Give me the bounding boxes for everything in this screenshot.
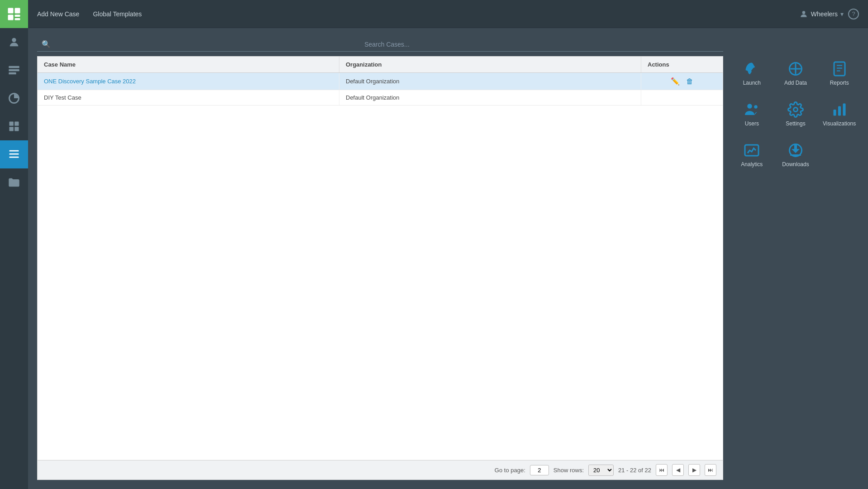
svg-rect-14 [10, 150, 19, 152]
downloads-tile[interactable]: Downloads [776, 137, 816, 173]
svg-point-18 [753, 66, 755, 68]
svg-point-5 [12, 38, 16, 42]
table-row[interactable]: ONE Discovery Sample Case 2022 Default O… [38, 73, 723, 90]
reports-icon [831, 61, 848, 77]
svg-point-17 [802, 11, 806, 14]
settings-icon [787, 101, 804, 118]
add-new-case-link[interactable]: Add New Case [37, 9, 79, 19]
svg-point-23 [748, 104, 753, 109]
svg-rect-3 [15, 15, 20, 17]
visualizations-label: Visualizations [823, 120, 856, 127]
sidebar-item-dashboard[interactable] [0, 112, 28, 140]
svg-rect-29 [745, 145, 758, 156]
cell-actions-2 [641, 90, 723, 105]
main-content: Add New Case Global Templates Wheelers ▾… [28, 0, 868, 489]
launch-icon [744, 61, 760, 77]
launch-label: Launch [743, 80, 761, 86]
header-right: Wheelers ▾ ? [799, 9, 859, 19]
search-bar: 🔍 [37, 37, 723, 52]
pagination: Go to page: Show rows: 10 20 50 100 21 -… [38, 460, 723, 479]
go-to-page-label: Go to page: [495, 467, 525, 474]
analytics-action-icon [744, 142, 760, 158]
header: Add New Case Global Templates Wheelers ▾… [28, 0, 868, 28]
actions-grid: Launch Add Data [732, 55, 859, 173]
svg-point-25 [793, 108, 797, 112]
cases-table: Case Name Organization Actions ONE Disco… [37, 56, 723, 480]
svg-rect-16 [10, 157, 19, 158]
svg-rect-8 [9, 72, 16, 75]
next-page-button[interactable]: ▶ [688, 464, 700, 476]
sidebar-logo[interactable] [0, 0, 28, 28]
users-tile[interactable]: Users [732, 96, 772, 132]
dropdown-arrow-icon: ▾ [840, 10, 844, 18]
svg-rect-1 [15, 8, 20, 14]
launch-tile[interactable]: Launch [732, 55, 772, 91]
header-nav: Add New Case Global Templates [37, 9, 799, 19]
cell-org-2: Default Organization [339, 90, 641, 105]
svg-rect-15 [10, 153, 19, 155]
table-row[interactable]: DIY Test Case Default Organization [38, 90, 723, 105]
settings-label: Settings [786, 120, 805, 127]
edit-icon[interactable]: ✏️ [671, 77, 680, 86]
svg-rect-7 [9, 69, 19, 72]
settings-tile[interactable]: Settings [776, 96, 816, 132]
cell-org-1: Default Organization [339, 73, 641, 90]
svg-rect-19 [834, 62, 845, 76]
sidebar-item-caselist[interactable] [0, 140, 28, 168]
svg-point-24 [754, 105, 758, 109]
sidebar-item-users[interactable] [0, 28, 28, 56]
users-action-label: Users [745, 120, 759, 127]
visualizations-tile[interactable]: Visualizations [820, 96, 859, 132]
svg-rect-2 [8, 15, 14, 20]
global-templates-link[interactable]: Global Templates [93, 9, 142, 19]
sidebar [0, 0, 28, 489]
users-action-icon [744, 101, 760, 118]
reports-tile[interactable]: Reports [820, 55, 859, 91]
actions-panel: Launch Add Data [732, 37, 859, 480]
add-data-tile[interactable]: Add Data [776, 55, 816, 91]
analytics-tile[interactable]: Analytics [732, 137, 772, 173]
add-data-icon [787, 61, 804, 77]
cell-actions-1: ✏️ 🗑 [641, 73, 723, 90]
sidebar-item-analytics[interactable] [0, 84, 28, 112]
downloads-icon [787, 142, 804, 158]
cases-panel: 🔍 Case Name Organization Actions ONE Dis… [37, 37, 723, 480]
delete-icon[interactable]: 🗑 [686, 77, 693, 86]
page-info: 21 - 22 of 22 [618, 467, 651, 474]
svg-rect-6 [9, 66, 19, 68]
rows-select[interactable]: 10 20 50 100 [588, 465, 614, 476]
last-page-button[interactable]: ⏭ [705, 464, 716, 476]
reports-label: Reports [830, 80, 849, 86]
search-input[interactable] [55, 41, 719, 48]
cell-case-name-2: DIY Test Case [38, 90, 339, 105]
add-data-label: Add Data [784, 80, 807, 86]
table-body: ONE Discovery Sample Case 2022 Default O… [38, 73, 723, 460]
content-area: 🔍 Case Name Organization Actions ONE Dis… [28, 28, 868, 489]
svg-rect-27 [838, 106, 841, 116]
cell-case-name-1[interactable]: ONE Discovery Sample Case 2022 [38, 73, 339, 90]
search-icon: 🔍 [42, 40, 51, 48]
svg-rect-4 [15, 18, 20, 20]
svg-rect-28 [843, 104, 845, 116]
col-actions: Actions [641, 57, 723, 72]
col-organization: Organization [339, 57, 641, 72]
visualizations-icon [831, 101, 848, 118]
user-menu[interactable]: Wheelers ▾ [799, 10, 844, 19]
user-name: Wheelers [811, 10, 838, 18]
help-button[interactable]: ? [848, 9, 859, 19]
svg-rect-11 [14, 122, 19, 126]
downloads-label: Downloads [782, 161, 809, 168]
svg-rect-26 [833, 110, 836, 116]
show-rows-label: Show rows: [553, 467, 584, 474]
analytics-action-label: Analytics [741, 161, 763, 168]
first-page-button[interactable]: ⏮ [656, 464, 668, 476]
prev-page-button[interactable]: ◀ [672, 464, 684, 476]
sidebar-item-processing[interactable] [0, 56, 28, 84]
svg-rect-10 [10, 122, 14, 126]
table-header: Case Name Organization Actions [38, 57, 723, 73]
case-link-1[interactable]: ONE Discovery Sample Case 2022 [44, 78, 136, 85]
col-case-name: Case Name [38, 57, 339, 72]
sidebar-item-folder[interactable] [0, 168, 28, 197]
page-input[interactable] [530, 465, 549, 475]
svg-rect-0 [8, 8, 14, 14]
